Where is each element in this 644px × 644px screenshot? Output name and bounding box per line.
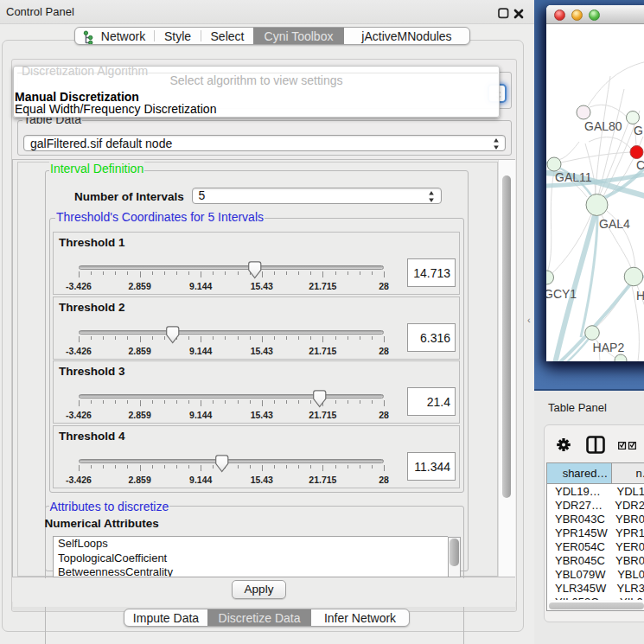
svg-text:GAL4: GAL4 [599, 217, 630, 231]
svg-text:GAL80: GAL80 [584, 119, 622, 133]
svg-text:GAL11: GAL11 [555, 170, 592, 184]
svg-text:GCY1: GCY1 [546, 287, 577, 301]
svg-text:H: H [636, 289, 644, 303]
svg-text:HAP2: HAP2 [593, 341, 625, 354]
svg-text:C: C [636, 158, 644, 172]
svg-text:G…: G… [634, 124, 644, 137]
